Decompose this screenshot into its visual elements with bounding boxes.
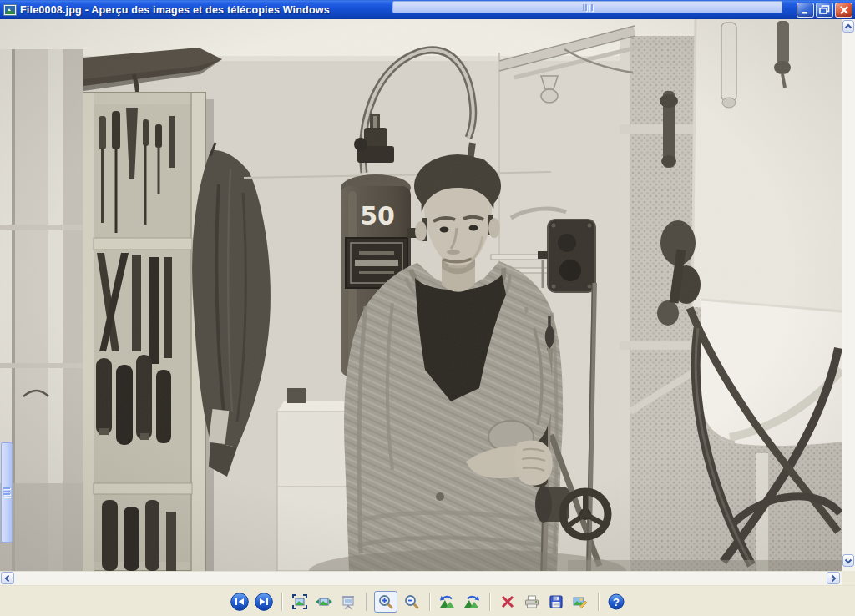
edit-button[interactable] [570,592,590,612]
chevron-up-icon [844,23,852,30]
zoom-out-button[interactable] [402,592,422,612]
slideshow-icon [340,593,357,610]
viewer-toolbar: ? [0,585,855,616]
chevron-right-icon [830,574,837,583]
chevron-down-icon [844,558,852,564]
horizontal-scrollbar-track[interactable] [0,571,842,585]
edit-icon [572,593,589,610]
rotate-clockwise-button[interactable] [462,592,482,612]
close-button[interactable] [835,3,852,18]
toolbar-separator [598,593,599,611]
print-icon [524,593,540,610]
delete-button[interactable] [498,592,518,612]
help-button[interactable]: ? [606,592,626,612]
picture-and-fax-viewer-icon [3,3,17,17]
toolbar-separator [281,593,282,611]
horizontal-scrollbar-thumb[interactable] [392,1,782,13]
scroll-up-button[interactable] [842,20,854,33]
next-icon [255,593,273,611]
restore-button[interactable] [816,3,833,18]
zoom-in-button[interactable] [374,591,397,613]
vertical-scrollbar-thumb[interactable] [1,442,13,543]
window-controls [797,3,852,18]
rotate-counterclockwise-button[interactable] [438,592,458,612]
chevron-left-icon [4,574,11,583]
rotate-ccw-icon [439,593,456,610]
toolbar-separator [366,593,367,611]
toolbar-separator [429,593,430,611]
scroll-right-button[interactable] [827,572,840,584]
best-fit-icon [291,593,308,610]
thumb-grip [3,487,10,497]
thumb-grip [583,4,593,11]
toolbar-separator [489,593,490,611]
zoom-out-icon [403,593,420,610]
actual-size-icon [316,593,332,610]
help-icon: ? [608,593,625,610]
picture-viewer-window: File0008.jpg - Aperçu des images et des … [0,0,855,616]
scrollbar-corner [842,571,855,585]
rotate-cw-icon [463,593,480,610]
previous-image-button[interactable] [230,592,250,612]
print-button[interactable] [522,592,542,612]
best-fit-button[interactable] [290,592,310,612]
photo: 50 [0,19,842,571]
minimize-button[interactable] [797,3,814,18]
actual-size-button[interactable] [314,592,334,612]
delete-icon [499,593,516,610]
save-button[interactable] [546,592,566,612]
previous-icon [230,593,249,611]
slideshow-button[interactable] [338,592,358,612]
save-icon [548,593,564,610]
scroll-left-button[interactable] [1,572,14,584]
next-image-button[interactable] [254,592,274,612]
vertical-scrollbar-track[interactable] [842,19,855,571]
svg-text:?: ? [613,595,620,608]
scroll-down-button[interactable] [842,554,854,567]
image-viewport[interactable]: 50 [0,19,842,571]
zoom-in-icon [377,593,394,610]
